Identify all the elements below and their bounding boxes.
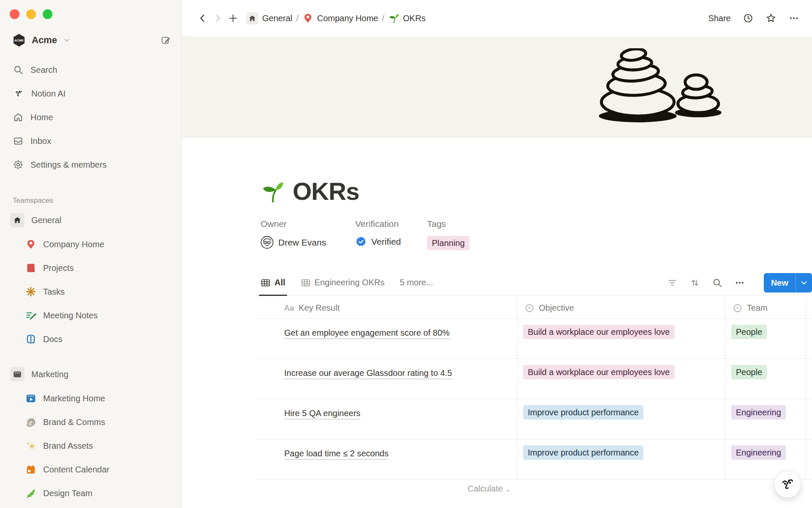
new-button[interactable]: New — [764, 273, 812, 293]
sidebar-item-label: Company Home — [43, 240, 104, 249]
nav-forward-icon[interactable] — [212, 13, 223, 24]
more-views-button[interactable]: 5 more... — [400, 278, 433, 287]
sidebar-item-brand-comms[interactable]: Brand & Comms — [0, 410, 181, 434]
home-icon — [13, 112, 24, 123]
objective-cell[interactable]: Build a workplace our employees love — [517, 319, 725, 359]
minimize-window-button[interactable] — [26, 9, 36, 19]
page-cover[interactable] — [182, 36, 812, 138]
table-row[interactable]: Page load time ≤ 2 secondsImprove produc… — [255, 439, 812, 480]
key-result-cell[interactable]: Increase our average Glassdoor rating to… — [255, 359, 517, 399]
seedling-icon — [388, 13, 399, 24]
verification-property-value[interactable]: Verified — [355, 236, 427, 247]
table-row[interactable]: Hire 5 QA engineersImprove product perfo… — [255, 399, 812, 439]
column-header-objective[interactable]: Objective — [517, 298, 725, 318]
key-result-cell[interactable]: Hire 5 QA engineers — [255, 399, 517, 439]
docs-icon — [25, 334, 36, 345]
sidebar-item-design-team[interactable]: Design Team — [0, 481, 181, 505]
sidebar-item-projects[interactable]: Projects — [0, 256, 181, 280]
column-header-key-result[interactable]: Aa Key Result — [255, 298, 517, 318]
sidebar-nav: SearchNotion AIHomeInboxSettings & membe… — [0, 58, 181, 177]
tab-label: All — [274, 278, 285, 287]
sidebar-item-content-calendar[interactable]: Content Calendar — [0, 458, 181, 481]
key-result-title[interactable]: Hire 5 QA engineers — [284, 409, 360, 420]
objective-tag[interactable]: Improve product performance — [523, 405, 643, 420]
key-result-cell[interactable]: Get an employee engagement score of 80% — [255, 319, 517, 359]
sidebar-item-label: Brand Assets — [43, 441, 93, 451]
teamspace-marketing[interactable]: Marketing — [0, 362, 181, 387]
sidebar-item-home[interactable]: Home — [0, 105, 181, 129]
team-tag[interactable]: Engineering — [731, 405, 786, 420]
sidebar-item-inbox[interactable]: Inbox — [0, 129, 181, 153]
table-row[interactable]: Increase our average Glassdoor rating to… — [255, 359, 812, 399]
view-options-icon[interactable] — [734, 277, 745, 288]
search-icon[interactable] — [712, 277, 723, 288]
objective-cell[interactable]: Improve product performance — [517, 399, 725, 439]
close-window-button[interactable] — [10, 9, 19, 19]
owner-property-value[interactable]: Drew Evans — [261, 236, 355, 249]
text-property-icon: Aa — [284, 304, 294, 313]
add-page-icon[interactable] — [228, 13, 239, 24]
key-result-title[interactable]: Page load time ≤ 2 seconds — [284, 449, 389, 460]
sidebar-item-label: Brand & Comms — [43, 417, 105, 427]
key-result-cell[interactable]: Page load time ≤ 2 seconds — [255, 439, 517, 479]
sidebar-item-search[interactable]: Search — [0, 58, 181, 82]
breadcrumb-okrs[interactable]: OKRs — [388, 13, 425, 24]
page-title[interactable]: OKRs — [293, 177, 359, 205]
filter-icon[interactable] — [667, 277, 678, 288]
table-view-icon — [301, 278, 311, 288]
sort-icon[interactable] — [689, 277, 700, 288]
team-cell[interactable]: People — [725, 319, 806, 359]
sidebar-item-settings-members[interactable]: Settings & members — [0, 153, 181, 177]
key-result-title[interactable]: Get an employee engagement score of 80% — [284, 328, 450, 339]
notion-ai-button[interactable] — [774, 471, 801, 498]
objective-tag[interactable]: Improve product performance — [523, 445, 643, 460]
key-result-title[interactable]: Increase our average Glassdoor rating to… — [284, 368, 452, 379]
team-tag[interactable]: People — [731, 325, 767, 339]
chevron-down-icon: ⌄ — [505, 486, 510, 493]
table-row[interactable]: Get an employee engagement score of 80%B… — [255, 319, 812, 359]
calculate-button[interactable]: Calculate ⌄ — [255, 484, 517, 494]
tags-property-value[interactable]: Planning — [427, 236, 469, 250]
teamspace-general[interactable]: General — [0, 208, 181, 232]
compose-icon[interactable] — [160, 35, 171, 46]
new-button-chevron-icon[interactable] — [796, 273, 812, 293]
team-tag[interactable]: People — [731, 365, 767, 379]
verification-property-label: Verification — [355, 219, 427, 229]
teamspace-list: GeneralCompany HomeProjectsTasksMeeting … — [0, 208, 181, 505]
objective-tag[interactable]: Build a workplace our employees love — [523, 365, 675, 379]
seedling-icon[interactable] — [261, 179, 284, 203]
breadcrumb-label: General — [262, 14, 292, 23]
zoom-window-button[interactable] — [43, 9, 52, 19]
objective-cell[interactable]: Build a workplace our employees love — [517, 359, 725, 399]
clock-icon[interactable] — [743, 13, 754, 24]
sidebar-item-meeting-notes[interactable]: Meeting Notes — [0, 304, 181, 327]
objective-tag[interactable]: Build a workplace our employees love — [523, 325, 675, 339]
sidebar-item-brand-assets[interactable]: Brand Assets — [0, 434, 181, 458]
share-button[interactable]: Share — [708, 14, 731, 23]
tag-planning[interactable]: Planning — [427, 236, 469, 250]
team-tag[interactable]: Engineering — [731, 445, 786, 460]
sidebar: ACME Acme SearchNotion AIHomeInboxSettin… — [0, 0, 182, 508]
sidebar-item-tasks[interactable]: Tasks — [0, 280, 181, 304]
team-cell[interactable]: People — [725, 359, 806, 399]
workspace-switcher[interactable]: ACME Acme — [0, 31, 181, 50]
breadcrumb-general[interactable]: General — [246, 12, 292, 25]
column-header-team[interactable]: Team — [725, 298, 806, 318]
tab-all[interactable]: All — [261, 270, 285, 295]
team-cell[interactable]: Engineering — [725, 399, 806, 439]
star-icon[interactable] — [765, 13, 776, 24]
sidebar-item-docs[interactable]: Docs — [0, 327, 181, 351]
shell-icon — [25, 417, 36, 428]
breadcrumb-company-home[interactable]: Company Home — [302, 13, 379, 24]
nav-back-icon[interactable] — [197, 13, 208, 24]
house-icon — [246, 12, 258, 25]
more-options-icon[interactable] — [788, 13, 799, 24]
sidebar-item-marketing-home[interactable]: Marketing Home — [0, 387, 181, 410]
sidebar-item-company-home[interactable]: Company Home — [0, 232, 181, 256]
sidebar-item-notion-ai[interactable]: Notion AI — [0, 82, 181, 105]
breadcrumb-separator: / — [382, 14, 384, 23]
sidebar-item-label: Settings & members — [30, 160, 107, 170]
tab-engineering-okrs[interactable]: Engineering OKRs — [301, 270, 385, 295]
objective-cell[interactable]: Improve product performance — [517, 439, 725, 479]
gear-icon — [13, 159, 24, 170]
